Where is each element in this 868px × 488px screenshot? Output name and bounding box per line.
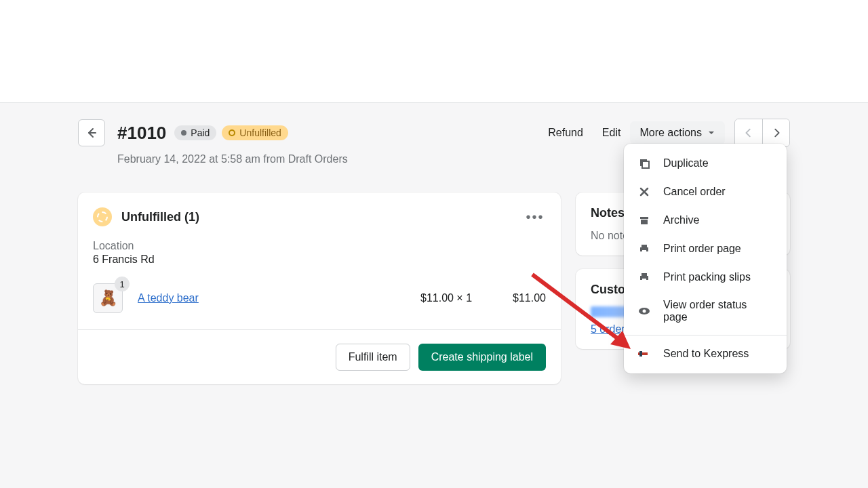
pager [734, 119, 790, 147]
top-whitespace [0, 0, 868, 103]
more-actions-label: More actions [639, 127, 702, 139]
svg-rect-13 [639, 351, 642, 357]
menu-print-order-label: Print order page [663, 243, 741, 255]
prev-order-button[interactable] [735, 119, 762, 146]
caret-down-icon [707, 129, 715, 137]
menu-print-order[interactable]: Print order page [624, 235, 787, 263]
line-item: 🧸 1 A teddy bear $11.00 × 1 $11.00 [78, 266, 561, 329]
create-shipping-label-button[interactable]: Create shipping label [418, 344, 546, 371]
item-thumbnail[interactable]: 🧸 1 [93, 283, 123, 313]
svg-rect-9 [642, 279, 646, 281]
fulfillment-card: Unfulfilled (1) ••• Location 6 Francis R… [78, 192, 561, 384]
item-line-total: $11.00 [513, 292, 546, 304]
menu-view-status-label: View order status page [663, 299, 773, 323]
svg-rect-4 [642, 245, 647, 247]
location-block: Location 6 Francis Rd [78, 228, 561, 266]
order-id: #1010 [117, 123, 166, 144]
fulfillment-footer: Fulfill item Create shipping label [78, 329, 561, 384]
unfulfilled-badge-label: Unfulfilled [239, 127, 281, 138]
ring-icon [229, 129, 235, 136]
location-value: 6 Francis Rd [93, 253, 546, 266]
chevron-right-icon [770, 127, 783, 139]
more-actions-menu: Duplicate Cancel order Archive Print ord… [624, 144, 787, 373]
paid-badge: Paid [174, 125, 216, 140]
svg-rect-7 [642, 273, 647, 276]
next-order-button[interactable] [762, 119, 789, 146]
back-button[interactable] [78, 119, 105, 146]
close-icon [637, 185, 651, 199]
svg-rect-3 [641, 220, 648, 224]
menu-print-slips[interactable]: Print packing slips [624, 263, 787, 291]
arrow-left-icon [85, 126, 98, 140]
page-header: #1010 Paid Unfulfilled Refund Edit More … [0, 119, 868, 146]
chevron-left-icon [743, 127, 755, 139]
unfulfilled-badge: Unfulfilled [222, 125, 288, 140]
menu-duplicate[interactable]: Duplicate [624, 149, 787, 178]
unfulfilled-status-icon [93, 207, 112, 226]
menu-send-kexpress-label: Send to Kexpress [663, 348, 749, 360]
location-label: Location [93, 240, 546, 252]
menu-cancel-order[interactable]: Cancel order [624, 178, 787, 206]
eye-icon [637, 304, 651, 318]
header-actions: Refund Edit More actions [538, 119, 790, 147]
menu-duplicate-label: Duplicate [663, 157, 709, 169]
dots-icon: ••• [526, 209, 544, 225]
item-unit-price: $11.00 × 1 [420, 292, 513, 304]
menu-archive[interactable]: Archive [624, 206, 787, 235]
paid-badge-label: Paid [191, 127, 210, 138]
fulfill-item-button[interactable]: Fulfill item [336, 344, 410, 371]
fulfillment-more-button[interactable]: ••• [524, 206, 546, 228]
menu-separator [624, 335, 787, 336]
edit-button[interactable]: Edit [593, 121, 631, 144]
fulfillment-header: Unfulfilled (1) ••• [78, 192, 561, 228]
duplicate-icon [637, 157, 651, 170]
refund-button[interactable]: Refund [538, 121, 593, 144]
fulfillment-title: Unfulfilled (1) [121, 210, 199, 224]
svg-point-11 [643, 310, 646, 313]
item-qty-badge: 1 [115, 277, 130, 291]
print-icon [637, 242, 651, 256]
svg-rect-1 [642, 161, 649, 168]
print-icon [637, 270, 651, 284]
menu-archive-label: Archive [663, 214, 699, 226]
menu-view-status[interactable]: View order status page [624, 291, 787, 331]
menu-cancel-label: Cancel order [663, 186, 726, 198]
menu-send-kexpress[interactable]: Send to Kexpress [624, 340, 787, 368]
item-name-link[interactable]: A teddy bear [138, 292, 199, 304]
menu-print-slips-label: Print packing slips [663, 271, 751, 283]
svg-rect-6 [642, 250, 646, 253]
kexpress-icon [637, 347, 651, 361]
dot-icon [181, 130, 186, 136]
svg-rect-2 [640, 217, 648, 219]
more-actions-button[interactable]: More actions [630, 121, 725, 144]
archive-icon [637, 214, 651, 227]
main-column: Unfulfilled (1) ••• Location 6 Francis R… [78, 192, 561, 398]
